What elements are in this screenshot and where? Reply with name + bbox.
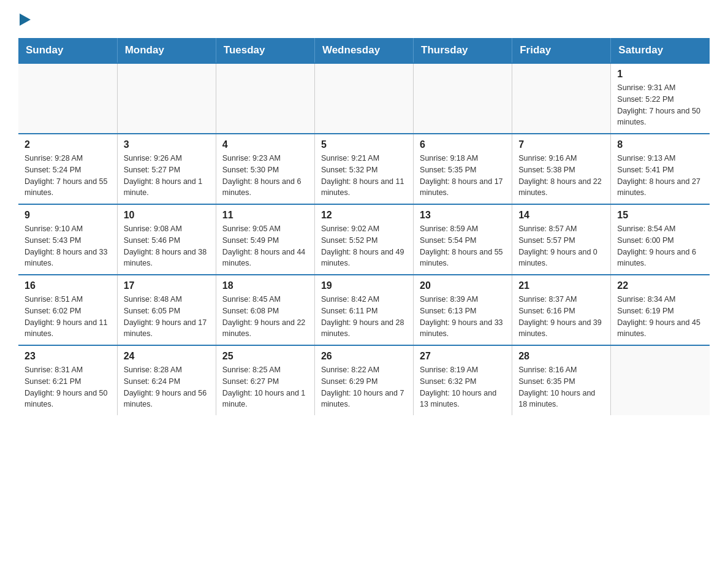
- weekday-header-saturday: Saturday: [611, 38, 710, 63]
- day-number: 24: [124, 351, 210, 362]
- day-number: 28: [518, 351, 604, 362]
- day-info: Sunrise: 8:22 AM Sunset: 6:29 PM Dayligh…: [321, 364, 407, 410]
- calendar-cell: 19Sunrise: 8:42 AM Sunset: 6:11 PM Dayli…: [314, 275, 413, 345]
- day-info: Sunrise: 8:25 AM Sunset: 6:27 PM Dayligh…: [222, 364, 308, 410]
- day-info: Sunrise: 8:48 AM Sunset: 6:05 PM Dayligh…: [124, 294, 210, 340]
- day-info: Sunrise: 8:57 AM Sunset: 5:57 PM Dayligh…: [518, 223, 604, 269]
- calendar-cell: 21Sunrise: 8:37 AM Sunset: 6:16 PM Dayli…: [512, 275, 611, 345]
- calendar-cell: 10Sunrise: 9:08 AM Sunset: 5:46 PM Dayli…: [117, 204, 216, 275]
- weekday-header-monday: Monday: [117, 38, 216, 63]
- weekday-header-thursday: Thursday: [414, 38, 512, 63]
- day-info: Sunrise: 9:18 AM Sunset: 5:35 PM Dayligh…: [420, 153, 506, 199]
- day-info: Sunrise: 9:23 AM Sunset: 5:30 PM Dayligh…: [222, 153, 308, 199]
- weekday-header-tuesday: Tuesday: [216, 38, 314, 63]
- day-number: 10: [124, 210, 210, 221]
- day-number: 3: [124, 139, 210, 150]
- calendar-cell: 25Sunrise: 8:25 AM Sunset: 6:27 PM Dayli…: [216, 345, 314, 415]
- day-number: 21: [518, 280, 604, 291]
- calendar-cell: 5Sunrise: 9:21 AM Sunset: 5:32 PM Daylig…: [314, 134, 413, 204]
- calendar-cell: 1Sunrise: 9:31 AM Sunset: 5:22 PM Daylig…: [611, 63, 710, 134]
- day-number: 17: [124, 280, 210, 291]
- day-number: 18: [222, 280, 308, 291]
- calendar-cell: [414, 63, 512, 134]
- day-info: Sunrise: 8:34 AM Sunset: 6:19 PM Dayligh…: [617, 294, 703, 340]
- calendar-cell: 12Sunrise: 9:02 AM Sunset: 5:52 PM Dayli…: [314, 204, 413, 275]
- calendar-cell: [611, 345, 710, 415]
- calendar-cell: 27Sunrise: 8:19 AM Sunset: 6:32 PM Dayli…: [414, 345, 512, 415]
- day-number: 25: [222, 351, 308, 362]
- calendar-cell: 4Sunrise: 9:23 AM Sunset: 5:30 PM Daylig…: [216, 134, 314, 204]
- day-info: Sunrise: 8:42 AM Sunset: 6:11 PM Dayligh…: [321, 294, 407, 340]
- day-info: Sunrise: 9:31 AM Sunset: 5:22 PM Dayligh…: [617, 82, 703, 128]
- day-info: Sunrise: 8:51 AM Sunset: 6:02 PM Dayligh…: [25, 294, 111, 340]
- day-info: Sunrise: 9:13 AM Sunset: 5:41 PM Dayligh…: [617, 153, 703, 199]
- calendar-cell: 22Sunrise: 8:34 AM Sunset: 6:19 PM Dayli…: [611, 275, 710, 345]
- day-info: Sunrise: 9:21 AM Sunset: 5:32 PM Dayligh…: [321, 153, 407, 199]
- calendar-cell: 20Sunrise: 8:39 AM Sunset: 6:13 PM Dayli…: [414, 275, 512, 345]
- calendar-cell: 7Sunrise: 9:16 AM Sunset: 5:38 PM Daylig…: [512, 134, 611, 204]
- day-number: 23: [25, 351, 111, 362]
- weekday-header-friday: Friday: [512, 38, 611, 63]
- calendar-cell: 11Sunrise: 9:05 AM Sunset: 5:49 PM Dayli…: [216, 204, 314, 275]
- day-info: Sunrise: 8:39 AM Sunset: 6:13 PM Dayligh…: [420, 294, 506, 340]
- weekday-header-row: SundayMondayTuesdayWednesdayThursdayFrid…: [18, 38, 710, 63]
- day-info: Sunrise: 8:28 AM Sunset: 6:24 PM Dayligh…: [124, 364, 210, 410]
- week-row-1: 1Sunrise: 9:31 AM Sunset: 5:22 PM Daylig…: [18, 63, 710, 134]
- day-number: 27: [420, 351, 506, 362]
- calendar-cell: 28Sunrise: 8:16 AM Sunset: 6:35 PM Dayli…: [512, 345, 611, 415]
- day-number: 14: [518, 210, 604, 221]
- calendar-cell: 2Sunrise: 9:28 AM Sunset: 5:24 PM Daylig…: [18, 134, 117, 204]
- day-number: 26: [321, 351, 407, 362]
- day-number: 20: [420, 280, 506, 291]
- calendar-cell: 16Sunrise: 8:51 AM Sunset: 6:02 PM Dayli…: [18, 275, 117, 345]
- day-info: Sunrise: 8:59 AM Sunset: 5:54 PM Dayligh…: [420, 223, 506, 269]
- logo: [18, 12, 32, 26]
- day-number: 22: [617, 280, 703, 291]
- day-number: 15: [617, 210, 703, 221]
- calendar-cell: [314, 63, 413, 134]
- day-info: Sunrise: 9:26 AM Sunset: 5:27 PM Dayligh…: [124, 153, 210, 199]
- day-number: 11: [222, 210, 308, 221]
- logo-triangle-icon: [20, 13, 32, 26]
- calendar-cell: [18, 63, 117, 134]
- day-number: 4: [222, 139, 308, 150]
- calendar-cell: [216, 63, 314, 134]
- calendar-cell: 8Sunrise: 9:13 AM Sunset: 5:41 PM Daylig…: [611, 134, 710, 204]
- day-number: 12: [321, 210, 407, 221]
- day-number: 9: [25, 210, 111, 221]
- week-row-4: 16Sunrise: 8:51 AM Sunset: 6:02 PM Dayli…: [18, 275, 710, 345]
- day-number: 13: [420, 210, 506, 221]
- calendar-cell: 13Sunrise: 8:59 AM Sunset: 5:54 PM Dayli…: [414, 204, 512, 275]
- day-info: Sunrise: 9:08 AM Sunset: 5:46 PM Dayligh…: [124, 223, 210, 269]
- calendar-cell: 24Sunrise: 8:28 AM Sunset: 6:24 PM Dayli…: [117, 345, 216, 415]
- calendar-cell: 17Sunrise: 8:48 AM Sunset: 6:05 PM Dayli…: [117, 275, 216, 345]
- weekday-header-sunday: Sunday: [18, 38, 117, 63]
- week-row-2: 2Sunrise: 9:28 AM Sunset: 5:24 PM Daylig…: [18, 134, 710, 204]
- calendar-cell: 14Sunrise: 8:57 AM Sunset: 5:57 PM Dayli…: [512, 204, 611, 275]
- calendar-cell: 15Sunrise: 8:54 AM Sunset: 6:00 PM Dayli…: [611, 204, 710, 275]
- calendar-cell: [117, 63, 216, 134]
- svg-marker-0: [20, 13, 31, 26]
- page-header: [18, 12, 710, 26]
- day-info: Sunrise: 8:31 AM Sunset: 6:21 PM Dayligh…: [25, 364, 111, 410]
- day-info: Sunrise: 8:54 AM Sunset: 6:00 PM Dayligh…: [617, 223, 703, 269]
- day-info: Sunrise: 9:05 AM Sunset: 5:49 PM Dayligh…: [222, 223, 308, 269]
- day-info: Sunrise: 8:37 AM Sunset: 6:16 PM Dayligh…: [518, 294, 604, 340]
- day-number: 8: [617, 139, 703, 150]
- week-row-5: 23Sunrise: 8:31 AM Sunset: 6:21 PM Dayli…: [18, 345, 710, 415]
- calendar-cell: 3Sunrise: 9:26 AM Sunset: 5:27 PM Daylig…: [117, 134, 216, 204]
- day-info: Sunrise: 8:19 AM Sunset: 6:32 PM Dayligh…: [420, 364, 506, 410]
- day-info: Sunrise: 9:02 AM Sunset: 5:52 PM Dayligh…: [321, 223, 407, 269]
- weekday-header-wednesday: Wednesday: [314, 38, 413, 63]
- day-number: 16: [25, 280, 111, 291]
- calendar-cell: 6Sunrise: 9:18 AM Sunset: 5:35 PM Daylig…: [414, 134, 512, 204]
- day-info: Sunrise: 9:16 AM Sunset: 5:38 PM Dayligh…: [518, 153, 604, 199]
- calendar-cell: 26Sunrise: 8:22 AM Sunset: 6:29 PM Dayli…: [314, 345, 413, 415]
- day-info: Sunrise: 9:28 AM Sunset: 5:24 PM Dayligh…: [25, 153, 111, 199]
- day-number: 6: [420, 139, 506, 150]
- day-number: 5: [321, 139, 407, 150]
- day-number: 7: [518, 139, 604, 150]
- day-info: Sunrise: 8:16 AM Sunset: 6:35 PM Dayligh…: [518, 364, 604, 410]
- calendar-table: SundayMondayTuesdayWednesdayThursdayFrid…: [18, 38, 710, 415]
- week-row-3: 9Sunrise: 9:10 AM Sunset: 5:43 PM Daylig…: [18, 204, 710, 275]
